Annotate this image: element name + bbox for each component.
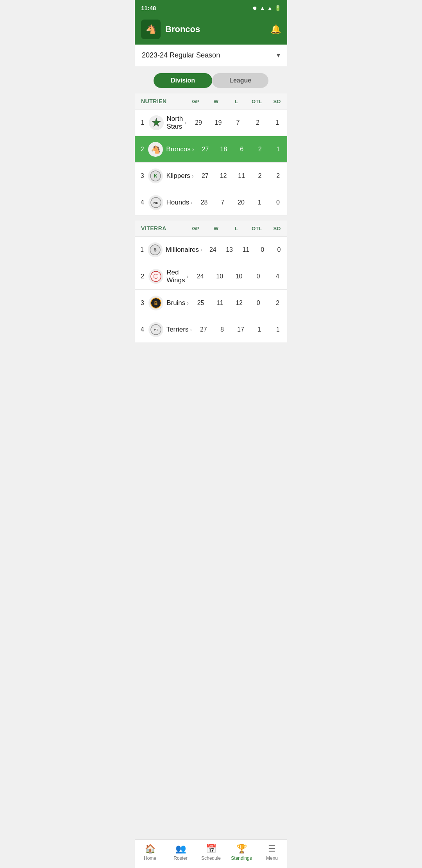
team-logo-northstars xyxy=(149,115,164,130)
stat-l: 11 xyxy=(232,172,251,179)
stat-w: 7 xyxy=(213,199,232,206)
division-nutrien-name: NUTRIEN xyxy=(135,93,186,109)
team-name: Hounds xyxy=(166,199,191,206)
team-name: Bruins xyxy=(166,299,187,307)
stat-w: 18 xyxy=(215,146,233,153)
header-left: 🐴 Broncos xyxy=(141,20,200,39)
table-row[interactable]: 3 K Klippers › 27 12 11 2 2 xyxy=(135,163,287,189)
stat-otl: 0 xyxy=(254,246,271,253)
stat-w: 8 xyxy=(213,326,232,333)
stat-so: 4 xyxy=(268,273,287,280)
team-rank: 4 xyxy=(135,326,145,333)
team-rank: 1 xyxy=(135,246,145,253)
team-rank: 3 xyxy=(135,299,145,307)
division-viterra-name: VITERRA xyxy=(135,221,186,236)
team-name: Klippers xyxy=(166,172,191,180)
stat-l: 17 xyxy=(231,326,250,333)
team-name: Terriers xyxy=(166,326,190,334)
wifi-icon: ▲ xyxy=(260,5,265,11)
stat-so: 2 xyxy=(268,299,287,307)
stat-so: 0 xyxy=(269,199,287,206)
stat-so: 0 xyxy=(271,246,287,253)
stat-l: 7 xyxy=(228,119,248,126)
tab-switcher: Division League xyxy=(135,66,287,93)
stat-gp: 27 xyxy=(196,146,215,153)
col-otl-header2: OTL xyxy=(247,221,267,236)
tab-division[interactable]: Division xyxy=(154,73,212,88)
table-row[interactable]: 1 $ Millionaires › 24 13 11 0 0 xyxy=(135,237,287,263)
stat-so: 2 xyxy=(269,172,287,179)
table-row[interactable]: 2 🐴 Broncos › 27 18 6 2 1 xyxy=(135,136,287,163)
app-logo: 🐴 xyxy=(141,20,161,39)
stat-gp: 25 xyxy=(191,299,210,307)
svg-marker-0 xyxy=(152,118,161,127)
division-nutrien-header: NUTRIEN GP W L OTL SO xyxy=(135,93,287,109)
stat-l: 6 xyxy=(232,146,251,153)
svg-text:B: B xyxy=(154,301,158,306)
team-name: North Stars xyxy=(167,115,185,131)
col-so-header2: SO xyxy=(267,221,287,236)
team-logo-klippers: K xyxy=(148,169,163,183)
season-label: 2023-24 Regular Season xyxy=(142,51,220,59)
stat-otl: 0 xyxy=(249,299,268,307)
col-gp-header: GP xyxy=(186,94,206,109)
stat-otl: 0 xyxy=(249,273,268,280)
status-time: 11:48 xyxy=(141,5,156,11)
app-title: Broncos xyxy=(165,24,200,34)
col-otl-header: OTL xyxy=(247,94,267,109)
chevron-right-icon: › xyxy=(190,326,192,333)
season-selector[interactable]: 2023-24 Regular Season ▾ xyxy=(135,45,287,66)
chevron-right-icon: › xyxy=(200,247,202,253)
stat-gp: 24 xyxy=(191,273,210,280)
table-row[interactable]: 1 North Stars › 29 19 7 2 1 xyxy=(135,109,287,136)
stat-gp: 24 xyxy=(205,246,221,253)
col-w-header2: W xyxy=(206,221,226,236)
col-w-header: W xyxy=(206,94,226,109)
circle-icon: ⏺ xyxy=(252,5,257,11)
battery-icon: 🔋 xyxy=(275,5,281,11)
stat-gp: 27 xyxy=(196,172,214,179)
svg-text:$: $ xyxy=(154,247,157,253)
team-rank: 4 xyxy=(135,199,145,206)
svg-text:⬡: ⬡ xyxy=(153,273,159,280)
notification-bell-icon[interactable]: 🔔 xyxy=(270,24,281,34)
app-header: 🐴 Broncos 🔔 xyxy=(135,16,287,45)
stat-otl: 2 xyxy=(251,146,269,153)
table-row[interactable]: 4 YT Terriers › 27 8 17 1 1 xyxy=(135,316,287,343)
stat-w: 10 xyxy=(210,273,229,280)
team-logo-bruins: B xyxy=(148,296,163,310)
division-nutrien: NUTRIEN GP W L OTL SO 1 North Stars › 29… xyxy=(135,93,287,216)
table-row[interactable]: 3 B Bruins › 25 11 12 0 2 xyxy=(135,290,287,316)
team-name: Red Wings xyxy=(166,269,186,284)
logo-icon: 🐴 xyxy=(146,24,156,34)
stat-so: 1 xyxy=(268,326,287,333)
table-row[interactable]: 2 ⬡ Red Wings › 24 10 10 0 4 xyxy=(135,263,287,290)
stat-otl: 1 xyxy=(250,199,269,206)
team-logo-millionaires: $ xyxy=(148,242,163,257)
col-l-header: L xyxy=(226,94,247,109)
team-logo-terriers: YT xyxy=(148,322,163,337)
stat-otl: 2 xyxy=(251,172,269,179)
stat-w: 12 xyxy=(214,172,232,179)
table-row[interactable]: 4 ND Hounds › 28 7 20 1 0 xyxy=(135,189,287,216)
team-logo-broncos: 🐴 xyxy=(148,142,163,157)
stat-gp: 28 xyxy=(195,199,213,206)
col-gp-header2: GP xyxy=(186,221,206,236)
svg-text:K: K xyxy=(154,173,157,179)
stat-l: 12 xyxy=(229,299,249,307)
team-logo-hounds: ND xyxy=(148,195,163,210)
chevron-right-icon: › xyxy=(187,300,189,306)
signal-icon: ▲ xyxy=(267,5,272,11)
stat-l: 10 xyxy=(229,273,249,280)
chevron-down-icon: ▾ xyxy=(277,51,280,59)
stat-so: 1 xyxy=(269,146,287,153)
status-bar: 11:48 ⏺ ▲ ▲ 🔋 xyxy=(135,0,287,16)
stat-w: 19 xyxy=(208,119,228,126)
team-name: Millionaires xyxy=(166,246,200,254)
stat-otl: 2 xyxy=(248,119,267,126)
stat-l: 20 xyxy=(232,199,250,206)
team-rank: 1 xyxy=(135,119,146,126)
svg-text:ND: ND xyxy=(153,201,158,205)
stat-w: 11 xyxy=(210,299,229,307)
tab-league[interactable]: League xyxy=(212,73,268,88)
